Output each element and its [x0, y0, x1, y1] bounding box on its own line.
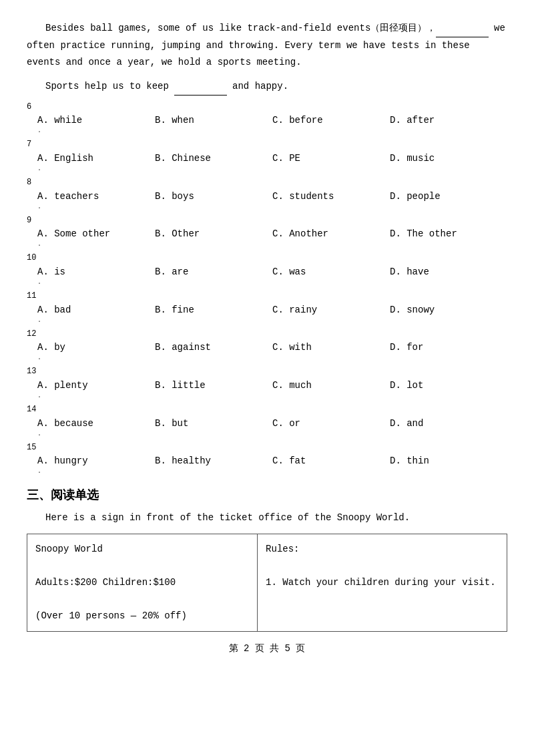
questions-container: 6 A. while B. when C. before D. after . … — [27, 102, 507, 476]
q13-option-c[interactable]: C. much — [272, 380, 390, 391]
paragraph-2: Sports help us to keep and happy. — [27, 78, 507, 96]
q11-option-d[interactable]: D. snowy — [390, 305, 507, 315]
q9-dot: . — [37, 240, 507, 248]
q7-number: 7 — [27, 140, 31, 149]
q6-option-a[interactable]: A. while — [37, 115, 155, 126]
q15-number: 15 — [27, 443, 36, 452]
q9-options: A. Some other B. Other C. Another D. The… — [37, 228, 507, 239]
q13-options: A. plenty B. little C. much D. lot — [37, 380, 507, 391]
q14-number: 14 — [27, 405, 36, 414]
q15-option-c[interactable]: C. fat — [272, 455, 390, 466]
q7-option-d[interactable]: D. music — [390, 153, 507, 164]
q7-option-c[interactable]: C. PE — [272, 153, 390, 164]
q9-number: 9 — [27, 216, 31, 225]
q12-option-b[interactable]: B. against — [155, 342, 272, 353]
q12-number: 12 — [27, 329, 36, 339]
q6-number: 6 — [27, 102, 31, 112]
q10-number: 10 — [27, 253, 36, 262]
question-15: 15 A. hungry B. healthy C. fat D. thin . — [27, 443, 507, 476]
q8-option-d[interactable]: D. people — [390, 191, 507, 202]
q9-option-a[interactable]: A. Some other — [37, 228, 155, 239]
table-left-cell: Snoopy World Adults:$200 Children:$100 (… — [27, 534, 258, 632]
q11-options: A. bad B. fine C. rainy D. snowy — [37, 305, 507, 315]
table-left-discount: (Over 10 persons — 20% off) — [35, 608, 249, 624]
question-10: 10 A. is B. are C. was D. have . — [27, 253, 507, 286]
table-right-cell: Rules: 1. Watch your children during you… — [258, 534, 507, 632]
q7-option-b[interactable]: B. Chinese — [155, 153, 272, 164]
q15-option-a[interactable]: A. hungry — [37, 455, 155, 466]
q13-option-b[interactable]: B. little — [155, 380, 272, 391]
question-7: 7 A. English B. Chinese C. PE D. music . — [27, 140, 507, 172]
q10-options: A. is B. are C. was D. have — [37, 266, 507, 277]
q14-dot: . — [37, 430, 507, 437]
table-left-prices: Adults:$200 Children:$100 — [35, 574, 249, 591]
blank-2 — [174, 78, 226, 96]
q12-options: A. by B. against C. with D. for — [37, 342, 507, 353]
question-9: 9 A. Some other B. Other C. Another D. T… — [27, 216, 507, 248]
question-6: 6 A. while B. when C. before D. after . — [27, 102, 507, 135]
q11-number: 11 — [27, 291, 36, 301]
q6-option-c[interactable]: C. before — [272, 115, 390, 126]
q12-option-c[interactable]: C. with — [272, 342, 390, 353]
section-title-reading: 三、阅读单选 — [27, 487, 507, 503]
q10-option-a[interactable]: A. is — [37, 266, 155, 277]
q10-option-d[interactable]: D. have — [390, 266, 507, 277]
q11-option-a[interactable]: A. bad — [37, 305, 155, 315]
q11-dot: . — [37, 317, 507, 324]
q14-option-b[interactable]: B. but — [155, 418, 272, 429]
q12-option-a[interactable]: A. by — [37, 342, 155, 353]
q7-option-a[interactable]: A. English — [37, 153, 155, 164]
q8-dot: . — [37, 203, 507, 210]
q10-dot: . — [37, 278, 507, 286]
table-right-title: Rules: — [266, 541, 499, 558]
q8-option-c[interactable]: C. students — [272, 191, 390, 202]
q7-dot: . — [37, 165, 507, 172]
table-left-title: Snoopy World — [35, 541, 249, 558]
reading-intro: Here is a sign in front of the ticket of… — [27, 510, 507, 526]
question-11: 11 A. bad B. fine C. rainy D. snowy . — [27, 291, 507, 324]
paragraph-1: Besides ball games, some of us like trac… — [27, 20, 507, 71]
question-8: 8 A. teachers B. boys C. students D. peo… — [27, 178, 507, 210]
table-right-rule1: 1. Watch your children during your visit… — [266, 574, 499, 591]
q11-option-c[interactable]: C. rainy — [272, 305, 390, 315]
q13-option-a[interactable]: A. plenty — [37, 380, 155, 391]
q14-option-c[interactable]: C. or — [272, 418, 390, 429]
q10-option-c[interactable]: C. was — [272, 266, 390, 277]
q8-option-b[interactable]: B. boys — [155, 191, 272, 202]
q10-option-b[interactable]: B. are — [155, 266, 272, 277]
q15-dot: . — [37, 467, 507, 475]
q14-option-a[interactable]: A. because — [37, 418, 155, 429]
q8-number: 8 — [27, 178, 31, 187]
q12-dot: . — [37, 354, 507, 361]
q15-option-d[interactable]: D. thin — [390, 455, 507, 466]
q9-option-d[interactable]: D. The other — [390, 228, 507, 239]
q13-dot: . — [37, 392, 507, 399]
q15-options: A. hungry B. healthy C. fat D. thin — [37, 455, 507, 466]
reading-table: Snoopy World Adults:$200 Children:$100 (… — [27, 534, 507, 632]
question-12: 12 A. by B. against C. with D. for . — [27, 329, 507, 362]
question-14: 14 A. because B. but C. or D. and . — [27, 405, 507, 437]
blank-1 — [436, 20, 488, 37]
q6-dot: . — [37, 127, 507, 134]
q6-options: A. while B. when C. before D. after — [37, 115, 507, 126]
q13-option-d[interactable]: D. lot — [390, 380, 507, 391]
page-footer: 第 2 页 共 5 页 — [27, 642, 507, 654]
q8-options: A. teachers B. boys C. students D. peopl… — [37, 191, 507, 202]
q14-option-d[interactable]: D. and — [390, 418, 507, 429]
q7-options: A. English B. Chinese C. PE D. music — [37, 153, 507, 164]
q13-number: 13 — [27, 367, 36, 376]
q12-option-d[interactable]: D. for — [390, 342, 507, 353]
q8-option-a[interactable]: A. teachers — [37, 191, 155, 202]
q11-option-b[interactable]: B. fine — [155, 305, 272, 315]
q15-option-b[interactable]: B. healthy — [155, 455, 272, 466]
question-13: 13 A. plenty B. little C. much D. lot . — [27, 367, 507, 399]
q6-option-b[interactable]: B. when — [155, 115, 272, 126]
q6-option-d[interactable]: D. after — [390, 115, 507, 126]
q14-options: A. because B. but C. or D. and — [37, 418, 507, 429]
q9-option-b[interactable]: B. Other — [155, 228, 272, 239]
q9-option-c[interactable]: C. Another — [272, 228, 390, 239]
